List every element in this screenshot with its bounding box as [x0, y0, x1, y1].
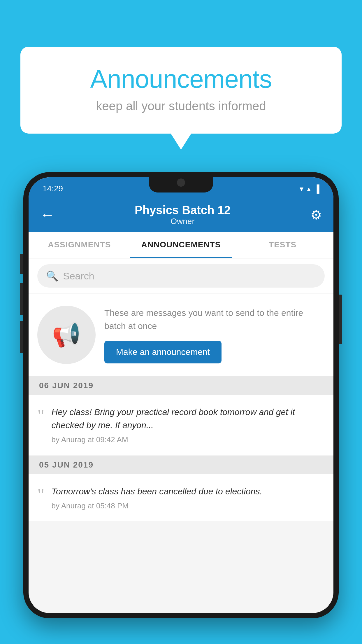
search-input[interactable]: Search	[63, 270, 94, 282]
speech-bubble-tail	[171, 134, 191, 150]
promo-right: These are messages you want to send to t…	[104, 306, 325, 363]
search-bar-wrapper: 🔍 Search	[29, 258, 333, 293]
phone-button-vol-up	[20, 283, 23, 315]
phone-mockup: 14:29 ▾ ▴ ▐ ← Physics Batch 12 Owner ⚙	[23, 172, 339, 644]
phone-button-vol-down	[20, 321, 23, 353]
content-area: 🔍 Search 📢 These are messages you want t…	[29, 258, 333, 521]
date-divider-june6: 06 JUN 2019	[29, 376, 333, 395]
bubble-title: Announcements	[44, 64, 318, 94]
settings-icon[interactable]: ⚙	[310, 207, 322, 222]
app-bar-title: Physics Batch 12	[135, 204, 231, 217]
back-button[interactable]: ←	[40, 206, 55, 223]
tab-assignments[interactable]: ASSIGNMENTS	[29, 232, 130, 258]
battery-icon: ▐	[314, 184, 319, 193]
announcement-item-1[interactable]: " Hey class! Bring your practical record…	[29, 395, 333, 455]
phone-camera	[177, 178, 185, 187]
date-divider-june5: 05 JUN 2019	[29, 456, 333, 474]
make-announcement-button[interactable]: Make an announcement	[104, 341, 222, 363]
quote-icon-2: "	[37, 486, 45, 503]
app-bar-center: Physics Batch 12 Owner	[135, 204, 231, 226]
tab-announcements[interactable]: ANNOUNCEMENTS	[130, 232, 232, 258]
megaphone-icon: 📢	[52, 321, 81, 349]
app-bar-subtitle: Owner	[135, 217, 231, 226]
app-bar: ← Physics Batch 12 Owner ⚙	[29, 197, 333, 232]
status-time: 14:29	[43, 184, 63, 193]
quote-icon-1: "	[37, 407, 45, 424]
announcement-content-1: Hey class! Bring your practical record b…	[52, 405, 325, 444]
status-icons: ▾ ▴ ▐	[300, 184, 319, 193]
phone-button-mute	[20, 254, 23, 274]
phone-button-power	[339, 295, 342, 344]
announcement-meta-1: by Anurag at 09:42 AM	[52, 435, 325, 444]
speech-bubble-section: Announcements keep all your students inf…	[20, 47, 342, 150]
phone-screen: 14:29 ▾ ▴ ▐ ← Physics Batch 12 Owner ⚙	[29, 177, 333, 613]
phone-outer-frame: 14:29 ▾ ▴ ▐ ← Physics Batch 12 Owner ⚙	[23, 172, 339, 618]
wifi-icon: ▾	[300, 184, 303, 193]
announcement-content-2: Tomorrow's class has been cancelled due …	[52, 485, 262, 510]
announcement-text-2: Tomorrow's class has been cancelled due …	[52, 485, 262, 498]
signal-icon: ▴	[307, 184, 311, 193]
announcement-promo: 📢 These are messages you want to send to…	[29, 294, 333, 376]
announcement-text-1: Hey class! Bring your practical record b…	[52, 405, 325, 432]
promo-icon-circle: 📢	[37, 306, 96, 364]
tabs-bar: ASSIGNMENTS ANNOUNCEMENTS TESTS	[29, 232, 333, 258]
announcement-item-2[interactable]: " Tomorrow's class has been cancelled du…	[29, 474, 333, 521]
search-icon: 🔍	[46, 270, 58, 282]
bubble-subtitle: keep all your students informed	[44, 99, 318, 113]
announcement-meta-2: by Anurag at 05:48 PM	[52, 501, 262, 510]
search-bar[interactable]: 🔍 Search	[37, 264, 325, 288]
promo-description: These are messages you want to send to t…	[104, 306, 325, 332]
tab-tests[interactable]: TESTS	[232, 232, 333, 258]
speech-bubble-card: Announcements keep all your students inf…	[20, 47, 342, 134]
